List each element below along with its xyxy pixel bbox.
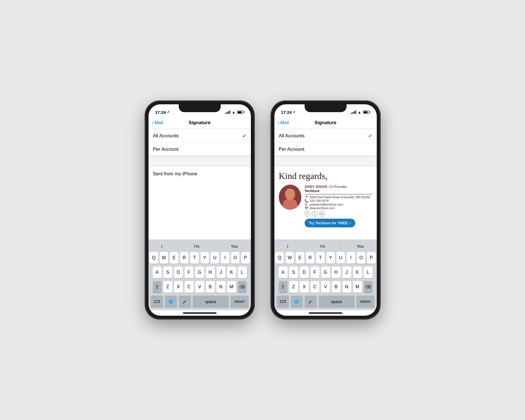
space-key-right[interactable]: space (319, 296, 355, 307)
checkmark-all-accounts-right: ✓ (368, 133, 372, 139)
globe-key-left[interactable]: 🌐 (165, 296, 177, 307)
numbers-key-left[interactable]: 123 (151, 296, 163, 307)
key-v-right[interactable]: V (321, 281, 330, 293)
suggestion-i-left[interactable]: I (158, 243, 166, 250)
key-w-right[interactable]: W (286, 252, 294, 264)
key-n-right[interactable]: N (342, 281, 351, 293)
key-g-right[interactable]: G (321, 266, 330, 278)
per-account-item-right[interactable]: Per Account (274, 143, 377, 156)
key-t-left[interactable]: T (190, 252, 199, 264)
key-k-right[interactable]: K (353, 266, 362, 278)
back-button-right[interactable]: ‹ Mail (278, 120, 289, 126)
key-s-left[interactable]: S (163, 266, 172, 278)
per-account-item-left[interactable]: Per Account (149, 143, 251, 156)
return-key-left[interactable]: return (230, 296, 249, 307)
key-l-right[interactable]: L (364, 266, 373, 278)
key-x-right[interactable]: X (300, 281, 309, 293)
key-p-right[interactable]: P (367, 252, 375, 264)
suggestion-im-left[interactable]: I'm (190, 243, 203, 250)
cta-arrow-icon: › (349, 221, 350, 225)
back-button-left[interactable]: ‹ Mail (152, 120, 163, 126)
key-e-left[interactable]: E (170, 252, 178, 264)
key-g-left[interactable]: G (195, 266, 204, 278)
all-accounts-item-left[interactable]: All Accounts ✓ (149, 129, 251, 143)
sig-address: 📍 3458 Red Hawk Road Graceville, MN 5624… (305, 195, 372, 199)
key-o-right[interactable]: O (357, 252, 365, 264)
key-d-left[interactable]: D (174, 266, 183, 278)
suggestion-you-left[interactable]: You (227, 243, 241, 250)
key-z-left[interactable]: Z (163, 281, 172, 293)
facebook-icon: f (305, 211, 310, 216)
key-y-right[interactable]: Y (326, 252, 335, 264)
sig-phone: 📞 320-748-3578 (305, 199, 372, 202)
key-b-right[interactable]: B (332, 281, 341, 293)
space-key-left[interactable]: space (193, 296, 229, 307)
key-i-left[interactable]: I (221, 252, 229, 264)
location-icon-right: ↗ (293, 110, 295, 114)
key-y-left[interactable]: Y (201, 252, 209, 264)
key-t-right[interactable]: T (316, 252, 324, 264)
key-i-right[interactable]: I (347, 252, 355, 264)
shift-key-right[interactable]: ⇧ (279, 281, 288, 293)
key-d-right[interactable]: D (300, 266, 309, 278)
key-c-right[interactable]: C (310, 281, 319, 293)
key-l-left[interactable]: L (238, 266, 247, 278)
key-q-left[interactable]: Q (149, 252, 158, 264)
keyboard-right: I I'm You Q W E R T Y U I O P (274, 239, 377, 310)
sig-rule (305, 194, 372, 194)
key-h-left[interactable]: H (206, 266, 215, 278)
globe-key-right[interactable]: 🌐 (291, 296, 303, 307)
key-z-right[interactable]: Z (289, 281, 298, 293)
signature-area-right[interactable]: Kind regards, (274, 166, 377, 239)
shift-key-left[interactable]: ⇧ (153, 281, 162, 293)
key-row-1-left: Q W E R T Y U I O P (150, 252, 250, 264)
key-j-right[interactable]: J (342, 266, 351, 278)
key-o-left[interactable]: O (231, 252, 239, 264)
key-u-right[interactable]: U (336, 252, 345, 264)
key-r-right[interactable]: R (306, 252, 314, 264)
numbers-key-right[interactable]: 123 (277, 296, 289, 307)
keyboard-suggestions-right: I I'm You (276, 242, 376, 252)
key-f-right[interactable]: F (310, 266, 319, 278)
key-m-right[interactable]: M (353, 281, 362, 293)
key-a-left[interactable]: A (153, 266, 162, 278)
key-row-1-right: Q W E R T Y U I O P (276, 252, 376, 264)
mic-key-right[interactable]: 🎤 (305, 296, 317, 307)
all-accounts-item-right[interactable]: All Accounts ✓ (274, 129, 377, 143)
key-f-left[interactable]: F (185, 266, 194, 278)
key-c-left[interactable]: C (185, 281, 194, 293)
key-q-right[interactable]: Q (275, 252, 284, 264)
key-u-left[interactable]: U (211, 252, 219, 264)
status-icons-left: ▲ (225, 110, 244, 114)
suggestion-i-right[interactable]: I (284, 243, 291, 250)
signature-area-left[interactable]: Sent from my iPhone (149, 166, 251, 239)
suggestion-im-right[interactable]: I'm (316, 243, 329, 250)
cta-button[interactable]: Try Techture for FREE › (305, 219, 355, 227)
chevron-left-icon-left: ‹ (152, 120, 154, 126)
key-v-left[interactable]: V (195, 281, 204, 293)
key-r-left[interactable]: R (180, 252, 189, 264)
key-m-left[interactable]: M (227, 281, 236, 293)
key-s-right[interactable]: S (289, 266, 298, 278)
mic-key-left[interactable]: 🎤 (179, 296, 191, 307)
key-a-right[interactable]: A (279, 266, 288, 278)
key-w-left[interactable]: W (160, 252, 168, 264)
return-key-right[interactable]: return (356, 296, 375, 307)
divider1-left (178, 243, 178, 250)
key-e-right[interactable]: E (296, 252, 304, 264)
key-h-right[interactable]: H (332, 266, 341, 278)
location-icon-left: ↗ (167, 110, 169, 114)
key-x-left[interactable]: X (174, 281, 183, 293)
suggestion-you-right[interactable]: You (353, 243, 367, 250)
key-n-left[interactable]: N (216, 281, 225, 293)
cta-free-label: FREE (338, 221, 348, 225)
delete-key-right[interactable]: ⌫ (364, 281, 373, 293)
phone-right: 17:24 ↗ ▲ (271, 101, 380, 319)
sig-info: JUDY DAVIS Co-Founder Techture 📍 3458 Re… (305, 185, 372, 227)
key-b-left[interactable]: B (206, 281, 215, 293)
delete-key-left[interactable]: ⌫ (238, 281, 247, 293)
key-j-left[interactable]: J (216, 266, 225, 278)
key-p-left[interactable]: P (241, 252, 249, 264)
key-k-left[interactable]: K (227, 266, 236, 278)
nav-bar-left: ‹ Mail Signature (149, 117, 251, 129)
